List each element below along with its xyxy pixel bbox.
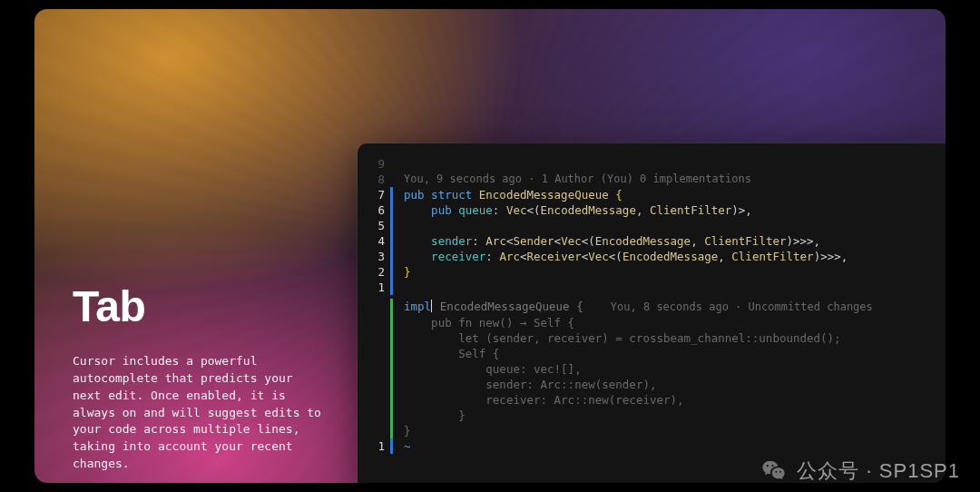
token-keyword: impl	[404, 300, 431, 313]
codelens-line[interactable]: 8 You, 9 seconds ago · 1 Author (You) 0 …	[370, 172, 946, 187]
code-line: 5	[370, 218, 946, 233]
text-cursor	[431, 300, 432, 312]
suggestion-line[interactable]: pub fn new() → Self {	[370, 315, 946, 330]
diff-bar-modified	[390, 202, 393, 218]
token-keyword: pub	[431, 203, 452, 217]
diff-bar-modified	[390, 187, 393, 202]
gutter-number: 6	[370, 202, 390, 218]
suggestion-line[interactable]: }	[370, 423, 946, 438]
diff-bar-modified	[390, 438, 393, 454]
token-type-dim: EncodedMessageQueue	[440, 300, 570, 313]
suggestion-line[interactable]: let (sender, receiver) = crossbeam_chann…	[370, 330, 946, 346]
code-line: 1 ~	[370, 438, 946, 454]
ghost-text: Self {	[431, 347, 499, 360]
diff-bar-added	[390, 377, 393, 392]
token-keyword: pub	[404, 188, 425, 202]
token-type: ClientFilter	[650, 203, 731, 217]
token-type: Receiver	[527, 250, 582, 263]
suggestion-line[interactable]: }	[370, 408, 946, 423]
diff-bar-modified	[390, 249, 393, 264]
code-line: 3 receiver: Arc<Receiver<Vec<(EncodedMes…	[370, 249, 946, 264]
code-line: 7 pub struct EncodedMessageQueue {	[370, 187, 946, 202]
token-field: sender	[431, 234, 472, 248]
suggestion-line[interactable]: queue: vec![],	[370, 361, 946, 377]
diff-bar-added	[390, 330, 393, 346]
feature-description: Cursor includes a powerful autocomplete …	[73, 353, 327, 473]
gutter-number: 7	[370, 187, 390, 202]
ghost-text: queue: vec![],	[431, 362, 582, 376]
token-type: EncodedMessageQueue	[479, 188, 609, 202]
code-line-impl: impl EncodedMessageQueue { You, 8 second…	[370, 299, 946, 315]
ghost-text: receiver: Arc::new(receiver),	[431, 393, 683, 407]
token-type: EncodedMessage	[541, 203, 636, 217]
gutter-number: 4	[370, 233, 390, 249]
token-type: Vec	[588, 250, 609, 263]
token-type: Vec	[506, 203, 527, 217]
ghost-text: }	[404, 424, 411, 438]
diff-bar-added	[390, 423, 393, 438]
code-line: 9	[370, 156, 946, 172]
feature-title: Tab	[73, 281, 327, 331]
diff-bar-added	[390, 361, 393, 377]
token-type: Arc	[485, 234, 506, 248]
token-keyword: struct	[431, 188, 472, 202]
inline-codelens[interactable]: You, 8 seconds ago · Uncommitted changes	[611, 300, 873, 313]
ghost-text: let (sender, receiver) = crossbeam_chann…	[431, 331, 841, 345]
codelens-text[interactable]: You, 9 seconds ago · 1 Author (You) 0 im…	[404, 172, 751, 187]
token-type: Arc	[499, 250, 520, 263]
diff-bar-added	[390, 315, 393, 330]
feature-description-panel: Tab Cursor includes a powerful autocompl…	[73, 281, 327, 473]
code-line: 2 }	[370, 264, 946, 280]
gutter-number: 5	[370, 218, 390, 233]
token-type: Vec	[561, 234, 582, 248]
ghost-text: sender: Arc::new(sender),	[431, 378, 656, 391]
token-type: EncodedMessage	[622, 250, 718, 263]
code-line: 6 pub queue: Vec<(EncodedMessage, Client…	[370, 202, 946, 218]
token-type: ClientFilter	[704, 234, 786, 248]
gutter-number: 2	[370, 264, 390, 280]
diff-bar-added	[390, 392, 393, 408]
diff-bar-modified	[390, 264, 393, 280]
ghost-text: pub fn new() → Self {	[431, 316, 574, 330]
end-of-buffer-tilde: ~	[404, 439, 411, 453]
code-line: 4 sender: Arc<Sender<Vec<(EncodedMessage…	[370, 233, 946, 249]
token-type: EncodedMessage	[595, 234, 691, 248]
gutter-number: 1	[370, 438, 390, 454]
ghost-text: }	[431, 408, 466, 422]
feature-card: Tab Cursor includes a powerful autocompl…	[34, 9, 946, 483]
gutter-number: 1	[370, 280, 390, 295]
code-editor[interactable]: 9 8 You, 9 seconds ago · 1 Author (You) …	[358, 143, 946, 483]
suggestion-line[interactable]: Self {	[370, 346, 946, 361]
suggestion-line[interactable]: sender: Arc::new(sender),	[370, 377, 946, 392]
suggestion-line[interactable]: receiver: Arc::new(receiver),	[370, 392, 946, 408]
token-field: receiver	[431, 250, 485, 263]
diff-bar-added	[390, 408, 393, 423]
diff-bar-modified	[390, 233, 393, 249]
token-type: Sender	[513, 234, 554, 248]
diff-bar-added	[390, 346, 393, 361]
diff-bar	[390, 156, 393, 172]
diff-bar-added	[390, 299, 393, 315]
diff-bar-modified	[390, 280, 393, 295]
gutter-number: 8	[370, 172, 390, 187]
gutter-number: 3	[370, 249, 390, 264]
gutter-number: 9	[370, 156, 390, 172]
code-line: 1	[370, 280, 946, 295]
diff-bar-modified	[390, 218, 393, 233]
token-field: queue	[458, 203, 493, 217]
diff-bar	[390, 172, 393, 187]
token-type: ClientFilter	[731, 250, 813, 263]
code-area: 9 8 You, 9 seconds ago · 1 Author (You) …	[358, 143, 946, 467]
